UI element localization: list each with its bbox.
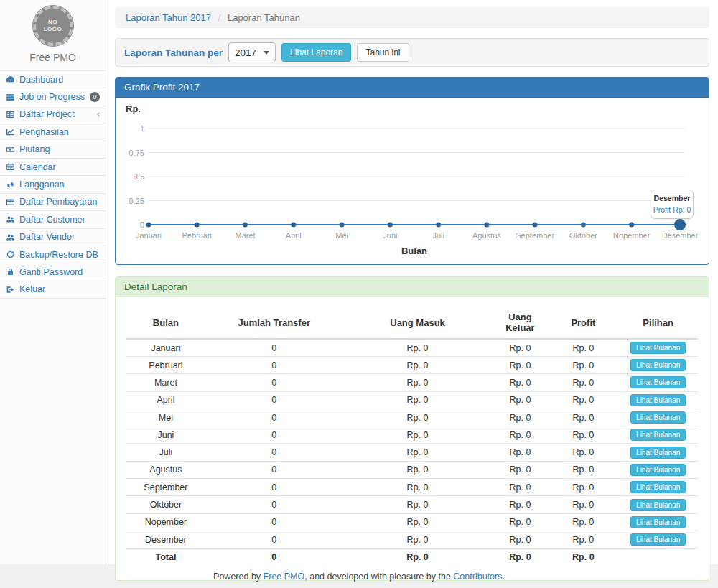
total-cell: 0 — [205, 549, 343, 566]
sidebar-item-ganti-password[interactable]: Ganti Password — [0, 263, 106, 281]
table-row: Agustus0Rp. 0Rp. 0Rp. 0Lihat Bulanan — [126, 461, 698, 478]
lihat-bulanan-button[interactable]: Lihat Bulanan — [630, 464, 686, 476]
free-pmo-link[interactable]: Free PMO — [264, 571, 305, 582]
sidebar-item-label: Dashboard — [19, 75, 63, 85]
table-cell: Rp. 0 — [492, 374, 548, 391]
table-cell: Rp. 0 — [343, 409, 493, 426]
table-cell-action: Lihat Bulanan — [618, 339, 698, 357]
table-cell: Rp. 0 — [492, 391, 548, 409]
main-content: Laporan Tahun 2017 / Laporan Tahunan Lap… — [106, 0, 718, 564]
sidebar-item-langganan[interactable]: Langganan — [0, 176, 106, 193]
table-cell: Rp. 0 — [492, 426, 548, 444]
column-header: Bulan — [126, 306, 205, 339]
table-cell: September — [126, 479, 205, 496]
table-row: Nopember0Rp. 0Rp. 0Rp. 0Lihat Bulanan — [126, 513, 698, 531]
table-cell: Januari — [126, 339, 205, 357]
count-badge: 0 — [90, 92, 100, 102]
table-cell: Rp. 0 — [492, 409, 548, 426]
table-cell: Rp. 0 — [548, 357, 618, 374]
chart-area: Rp. 00.250.50.751JanuariPebruariMaretApr… — [116, 98, 709, 264]
table-cell: Rp. 0 — [548, 374, 618, 391]
svg-text:Maret: Maret — [235, 231, 255, 240]
lihat-bulanan-button[interactable]: Lihat Bulanan — [630, 376, 686, 388]
table-cell-action: Lihat Bulanan — [618, 374, 698, 391]
svg-text:0.75: 0.75 — [129, 149, 144, 157]
refresh-icon — [6, 250, 15, 259]
lihat-bulanan-button[interactable]: Lihat Bulanan — [630, 533, 686, 546]
sidebar-item-daftar-vendor[interactable]: Daftar Vendor — [0, 229, 106, 246]
lihat-bulanan-button[interactable]: Lihat Bulanan — [630, 342, 686, 354]
table-cell: Rp. 0 — [548, 513, 618, 531]
svg-text:Desember: Desember — [662, 231, 699, 240]
table-cell: Rp. 0 — [343, 391, 493, 409]
table-icon — [6, 110, 15, 119]
sidebar-item-daftar-customer[interactable]: Daftar Customer — [0, 211, 106, 228]
sign-out-icon — [6, 285, 15, 294]
sidebar-item-job-on-progress[interactable]: Job on Progress0 — [0, 88, 106, 106]
svg-text:Nopember: Nopember — [613, 231, 651, 240]
chart-tooltip: Desember Profit Rp: 0 — [651, 190, 694, 219]
table-cell: 0 — [205, 444, 343, 461]
dashboard-icon — [6, 75, 15, 84]
lihat-bulanan-button[interactable]: Lihat Bulanan — [630, 516, 686, 528]
table-cell: 0 — [205, 513, 343, 531]
chart-panel: Grafik Profit 2017 Rp. 00.250.50.751Janu… — [115, 77, 709, 265]
sidebar-item-dashboard[interactable]: Dashboard — [0, 71, 106, 88]
table-cell: Rp. 0 — [343, 374, 493, 391]
table-cell: Rp. 0 — [343, 357, 493, 374]
detail-table: BulanJumlah TransferUang MasukUang Kelua… — [126, 306, 698, 566]
sidebar-item-backup-restore-db[interactable]: Backup/Restore DB — [0, 246, 106, 263]
table-cell: Rp. 0 — [492, 479, 548, 496]
logo-area: NO LOGO Free PMO — [0, 0, 106, 70]
table-cell: 0 — [205, 339, 343, 357]
table-cell: Rp. 0 — [548, 426, 618, 444]
lihat-bulanan-button[interactable]: Lihat Bulanan — [630, 481, 686, 493]
column-header: Jumlah Transfer — [205, 306, 343, 339]
year-select[interactable]: 2017 — [228, 42, 276, 62]
sidebar-item-daftar-pembayaran[interactable]: Daftar Pembayaran — [0, 194, 106, 211]
lihat-laporan-button[interactable]: Lihat Laporan — [281, 43, 351, 62]
contributors-link[interactable]: Contributors — [453, 571, 502, 582]
lihat-bulanan-button[interactable]: Lihat Bulanan — [630, 359, 686, 371]
table-cell: Rp. 0 — [492, 357, 548, 374]
table-cell: 0 — [205, 357, 343, 374]
tahun-ini-button[interactable]: Tahun ini — [357, 43, 409, 62]
lock-icon — [6, 267, 15, 276]
table-row: Januari0Rp. 0Rp. 0Rp. 0Lihat Bulanan — [126, 339, 698, 357]
money-icon — [6, 145, 15, 154]
users-icon — [6, 215, 15, 224]
svg-text:0: 0 — [140, 220, 144, 229]
lihat-bulanan-button[interactable]: Lihat Bulanan — [630, 411, 686, 424]
sidebar-item-calendar[interactable]: Calendar — [0, 159, 106, 176]
svg-text:September: September — [516, 231, 554, 240]
table-cell: Nopember — [126, 513, 205, 531]
svg-text:0.25: 0.25 — [129, 197, 144, 205]
breadcrumb-current: Laporan Tahunan — [228, 12, 300, 23]
chart-panel-title: Grafik Profit 2017 — [116, 78, 709, 98]
page: NO LOGO Free PMO DashboardJob on Progres… — [0, 0, 718, 564]
sidebar-item-daftar-project[interactable]: Daftar Project‹ — [0, 106, 106, 123]
table-row: Juli0Rp. 0Rp. 0Rp. 0Lihat Bulanan — [126, 444, 698, 461]
table-cell: 0 — [205, 409, 343, 426]
breadcrumb-link[interactable]: Laporan Tahun 2017 — [126, 12, 211, 23]
table-row: Maret0Rp. 0Rp. 0Rp. 0Lihat Bulanan — [126, 374, 698, 391]
table-cell: Rp. 0 — [548, 409, 618, 426]
sidebar-item-penghasilan[interactable]: Penghasilan — [0, 123, 106, 141]
column-header: Pilihan — [618, 306, 698, 339]
lihat-bulanan-button[interactable]: Lihat Bulanan — [630, 394, 686, 406]
lihat-bulanan-button[interactable]: Lihat Bulanan — [630, 429, 686, 441]
lihat-bulanan-button[interactable]: Lihat Bulanan — [630, 447, 686, 459]
table-cell: April — [126, 391, 205, 409]
chart-tooltip-title: Desember — [653, 194, 691, 202]
table-cell: 0 — [205, 374, 343, 391]
line-chart-icon — [6, 127, 15, 136]
table-cell: Rp. 0 — [343, 531, 493, 548]
table-cell: Desember — [126, 531, 205, 548]
sidebar-item-keluar[interactable]: Keluar — [0, 281, 106, 299]
footer-text-prefix: Powered by — [213, 571, 261, 582]
sidebar-item-label: Penghasilan — [19, 127, 69, 137]
sidebar-item-piutang[interactable]: Piutang — [0, 141, 106, 159]
detail-panel: Detail Laporan BulanJumlah TransferUang … — [115, 276, 709, 581]
lihat-bulanan-button[interactable]: Lihat Bulanan — [630, 499, 686, 511]
svg-text:Pebruari: Pebruari — [182, 231, 212, 240]
